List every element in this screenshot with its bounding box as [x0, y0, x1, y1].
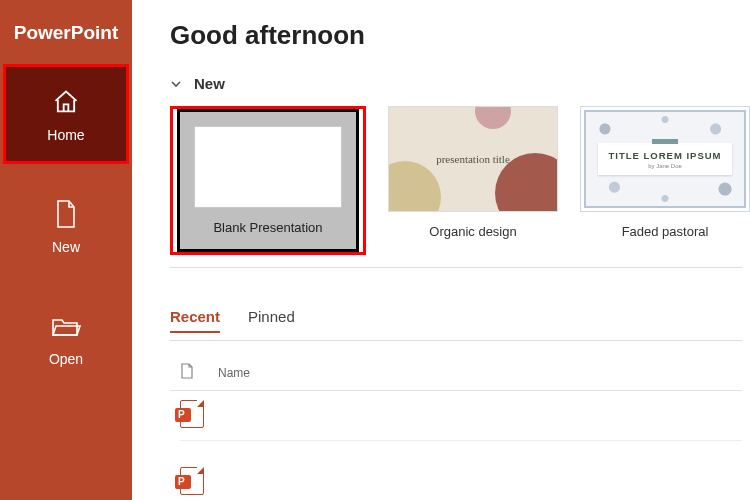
file-list	[170, 391, 742, 499]
file-row[interactable]	[180, 463, 742, 499]
new-section-toggle[interactable]: New	[170, 75, 750, 92]
new-doc-icon	[54, 197, 78, 231]
page-title: Good afternoon	[170, 20, 750, 51]
sidebar-item-label: Home	[47, 127, 84, 143]
sidebar-item-new[interactable]: New	[3, 176, 129, 276]
app-title: PowerPoint	[0, 0, 132, 64]
divider	[170, 340, 742, 341]
chevron-down-icon	[170, 77, 184, 91]
template-name: Organic design	[429, 224, 516, 239]
template-name: Faded pastoral	[622, 224, 709, 239]
open-folder-icon	[51, 309, 81, 343]
powerpoint-file-icon	[180, 467, 204, 495]
template-faded-pastoral[interactable]: TITLE LOREM IPSUM by Jane Doe Faded past…	[580, 106, 750, 255]
file-row[interactable]	[180, 405, 742, 441]
tab-pinned[interactable]: Pinned	[248, 308, 295, 333]
template-blank-presentation[interactable]: Blank Presentation	[170, 106, 366, 255]
file-icon	[180, 363, 198, 382]
sidebar: PowerPoint Home New Open	[0, 0, 132, 500]
file-list-header: Name	[170, 359, 742, 391]
powerpoint-file-icon	[180, 400, 204, 428]
sidebar-item-label: New	[52, 239, 80, 255]
home-icon	[52, 85, 80, 119]
file-tabs: Recent Pinned	[170, 308, 750, 333]
template-thumb-text: presentation title	[436, 153, 510, 165]
tab-recent[interactable]: Recent	[170, 308, 220, 333]
template-thumb: presentation title	[388, 106, 558, 212]
sidebar-item-open[interactable]: Open	[3, 288, 129, 388]
template-organic-design[interactable]: presentation title Organic design	[388, 106, 558, 255]
main-pane: Good afternoon New Blank Presentation pr…	[132, 0, 750, 500]
template-thumb: TITLE LOREM IPSUM by Jane Doe	[580, 106, 750, 212]
new-section-label: New	[194, 75, 225, 92]
template-gallery: Blank Presentation presentation title Or…	[170, 106, 750, 255]
template-name: Blank Presentation	[194, 220, 342, 235]
sidebar-item-home[interactable]: Home	[3, 64, 129, 164]
column-name-header: Name	[218, 366, 250, 380]
template-thumb-text: TITLE LOREM IPSUM	[608, 150, 721, 161]
sidebar-item-label: Open	[49, 351, 83, 367]
template-thumb-subtext: by Jane Doe	[608, 163, 721, 169]
template-thumb	[194, 126, 342, 208]
divider	[170, 267, 742, 268]
